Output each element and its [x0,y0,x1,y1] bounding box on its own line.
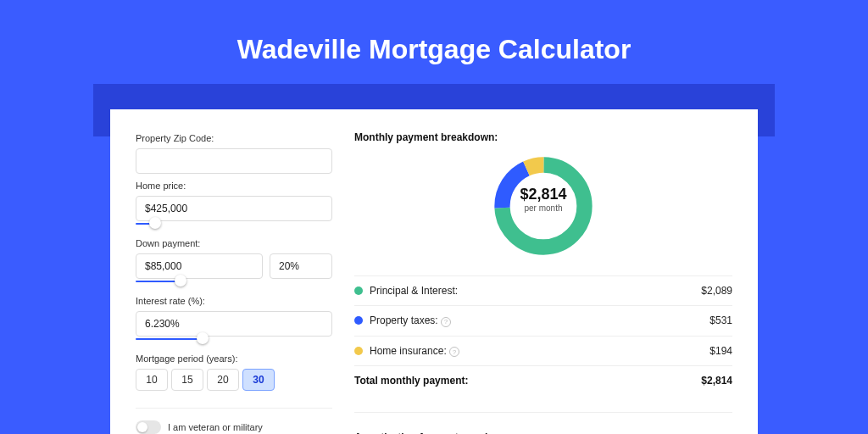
home-price-slider[interactable] [136,221,332,231]
veteran-toggle[interactable] [136,420,161,434]
total-label: Total monthly payment: [354,375,701,387]
down-payment-label: Down payment: [136,238,332,248]
principal-interest-row: Principal & Interest: $2,089 [354,275,732,305]
zip-label: Property Zip Code: [136,133,332,143]
amortization-section: Amortization for mortgage loan Amortizat… [354,412,732,434]
home-insurance-label: Home insurance: ? [370,345,703,358]
rate-slider[interactable] [136,337,332,347]
donut-sub: per month [489,203,598,213]
property-taxes-value: $531 [709,314,732,326]
home-insurance-value: $194 [709,345,732,357]
donut-amount: $2,814 [489,186,598,203]
info-icon[interactable]: ? [441,317,451,327]
property-taxes-row: Property taxes: ? $531 [354,305,732,336]
home-price-label: Home price: [136,181,332,191]
home-price-input[interactable] [136,196,332,221]
dot-icon [354,347,363,355]
veteran-label: I am veteran or military [168,422,263,432]
page-title: Wadeville Mortgage Calculator [93,34,775,65]
period-30-button[interactable]: 30 [242,369,275,391]
period-group: 10 15 20 30 [136,369,332,391]
period-10-button[interactable]: 10 [136,369,168,391]
rate-input[interactable] [136,311,332,337]
breakdown-title: Monthly payment breakdown: [354,131,732,143]
home-insurance-row: Home insurance: ? $194 [354,336,732,366]
breakdown-donut: $2,814 per month [489,152,598,260]
form-column: Property Zip Code: Home price: Down paym… [136,126,332,434]
breakdown-column: Monthly payment breakdown: $2,814 per mo… [354,126,732,434]
info-icon[interactable]: ? [449,347,459,357]
zip-input[interactable] [136,148,332,174]
down-amount-input[interactable] [136,253,263,279]
down-percent-input[interactable] [270,253,332,279]
dot-icon [354,287,363,295]
total-row: Total monthly payment: $2,814 [354,365,732,395]
principal-interest-label: Principal & Interest: [370,285,694,297]
period-15-button[interactable]: 15 [171,369,203,391]
period-label: Mortgage period (years): [136,353,332,364]
dot-icon [354,316,363,325]
down-payment-slider[interactable] [136,279,332,289]
calculator-card: Property Zip Code: Home price: Down paym… [110,109,758,434]
period-20-button[interactable]: 20 [207,369,239,391]
principal-interest-value: $2,089 [701,285,732,297]
rate-label: Interest rate (%): [136,296,332,306]
total-value: $2,814 [701,375,732,387]
property-taxes-label: Property taxes: ? [370,314,703,327]
